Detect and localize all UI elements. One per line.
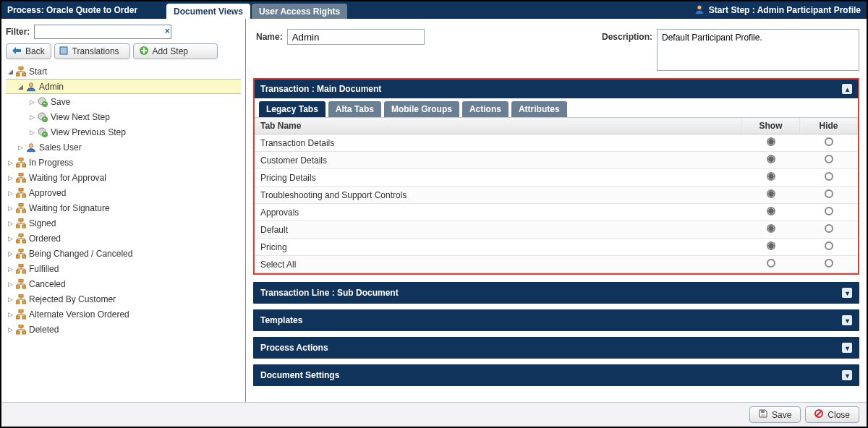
radio-hide[interactable] [825,189,833,198]
svg-rect-41 [19,294,23,297]
org-icon [14,294,27,304]
table-row: Pricing [255,239,858,256]
radio-hide[interactable] [825,207,833,215]
collapse-panel-icon[interactable]: ▴ [842,84,852,94]
plus-icon [140,46,148,57]
tree-node-sales-user[interactable]: ▷ Sales User [6,140,241,155]
expand-icon[interactable]: ▷ [6,326,14,333]
save-button[interactable]: Save [749,406,801,423]
tree-node-view-next[interactable]: ▷ View Next Step [6,109,241,124]
tree-label: In Progress [27,158,73,168]
radio-show[interactable] [767,241,775,250]
back-button[interactable]: Back [6,43,51,59]
expand-icon[interactable]: ▷ [27,98,36,106]
expand-icon[interactable]: ▷ [6,220,14,227]
expand-icon[interactable]: ▷ [6,265,14,273]
expand-icon[interactable]: ▷ [6,281,14,288]
accordion-header[interactable]: Process Actions▾ [253,337,859,359]
tree-node-admin[interactable]: ◢ Admin [6,79,241,94]
expand-icon[interactable]: ▷ [27,114,36,121]
svg-rect-42 [16,301,20,304]
tree-node-state[interactable]: ▷Signed [6,215,241,231]
subtab-attributes[interactable]: Attributes [511,101,567,117]
tree-node-state[interactable]: ▷Approved [6,185,241,200]
radio-show[interactable] [767,207,775,215]
tree-node-state[interactable]: ▷Being Changed / Canceled [6,246,241,261]
expand-panel-icon[interactable]: ▾ [842,343,852,353]
svg-rect-38 [19,279,23,282]
svg-rect-31 [22,240,26,243]
expand-icon[interactable]: ▷ [6,189,14,197]
expand-icon[interactable]: ▷ [6,159,14,166]
svg-rect-28 [22,225,26,228]
accordion-header[interactable]: Transaction Line : Sub Document▾ [253,282,859,304]
radio-hide[interactable] [825,155,833,163]
tree-label: Start [27,67,47,77]
tab-user-access-rights[interactable]: User Access Rights [252,4,347,19]
expand-icon[interactable]: ▷ [27,129,36,136]
tree-label: Fulfilled [27,264,59,274]
radio-show[interactable] [767,259,775,268]
expand-icon[interactable]: ▷ [6,296,14,303]
tree-node-state[interactable]: ▷Waiting for Approval [6,170,241,185]
expand-panel-icon[interactable]: ▾ [842,315,852,325]
expand-icon[interactable]: ▷ [6,311,14,318]
tree-node-state[interactable]: ▷Fulfilled [6,261,241,276]
svg-rect-51 [761,414,765,416]
subtab-actions[interactable]: Actions [462,101,509,117]
user-icon [25,82,38,92]
tree-node-state[interactable]: ▷Canceled [6,276,241,291]
tab-document-views[interactable]: Document Views [166,4,250,19]
radio-hide[interactable] [825,259,833,268]
description-input[interactable] [657,29,859,71]
expand-icon[interactable]: ▷ [6,205,14,212]
expand-icon[interactable]: ▷ [6,174,14,181]
radio-hide[interactable] [825,172,833,181]
tree-node-state[interactable]: ▷Waiting for Signature [6,200,241,215]
svg-rect-22 [22,194,26,197]
expand-icon[interactable]: ▷ [16,144,25,151]
add-step-button[interactable]: Add Step [133,43,218,59]
radio-show[interactable] [767,155,775,163]
tree-node-save[interactable]: ▷ Save [6,94,241,109]
clear-filter-icon[interactable]: × [161,26,173,38]
translations-button[interactable]: Translations [54,43,130,59]
subtab-legacy-tabs[interactable]: Legacy Tabs [259,101,326,117]
accordion-header[interactable]: Document Settings▾ [253,364,859,386]
accordion-header[interactable]: Templates▾ [253,309,859,331]
expand-icon[interactable]: ▷ [6,250,14,257]
svg-rect-48 [16,331,20,334]
tree-node-state[interactable]: ▷Rejected By Customer [6,291,241,307]
svg-rect-49 [22,331,26,334]
radio-show[interactable] [767,137,775,146]
svg-rect-50 [761,410,765,413]
radio-show[interactable] [767,172,775,181]
tree-node-state[interactable]: ▷In Progress [6,155,241,170]
filter-input[interactable] [34,25,171,39]
subtab-mobile-groups[interactable]: Mobile Groups [384,101,459,117]
tree-node-start[interactable]: ◢ Start [6,64,241,79]
radio-show[interactable] [767,189,775,198]
radio-hide[interactable] [825,224,833,233]
subtab-alta-tabs[interactable]: Alta Tabs [328,101,381,117]
svg-rect-21 [16,194,20,197]
tree-node-view-prev[interactable]: ▷ View Previous Step [6,124,241,140]
tree-node-state[interactable]: ▷Alternate Version Ordered [6,307,241,322]
svg-rect-34 [22,255,26,258]
collapse-icon[interactable]: ◢ [6,68,14,75]
tree-node-state[interactable]: ▷Ordered [6,231,241,246]
close-button[interactable]: Close [805,406,859,423]
radio-show[interactable] [767,224,775,233]
col-hide: Hide [800,118,858,134]
expand-icon[interactable]: ▷ [6,235,14,242]
svg-rect-29 [19,234,23,236]
expand-panel-icon[interactable]: ▾ [842,288,852,298]
expand-panel-icon[interactable]: ▾ [842,370,852,380]
radio-hide[interactable] [825,137,833,146]
radio-hide[interactable] [825,241,833,250]
tree-label: Deleted [27,325,59,335]
tree-node-state[interactable]: ▷Deleted [6,322,241,337]
name-label: Name: [256,29,283,42]
collapse-icon[interactable]: ◢ [16,83,25,90]
name-input[interactable] [287,29,425,45]
